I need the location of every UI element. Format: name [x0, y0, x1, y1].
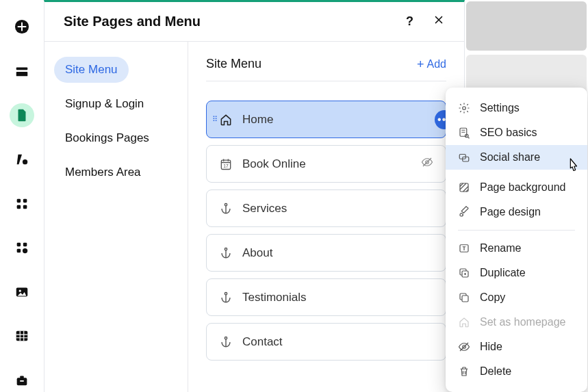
copy-icon: [458, 291, 470, 304]
pages-icon[interactable]: [10, 103, 34, 127]
menu-label: Page background: [480, 181, 565, 194]
sidebar-item-signup-login[interactable]: Signup & Login: [54, 91, 155, 117]
menu-settings[interactable]: Settings: [446, 96, 587, 120]
svg-rect-8: [23, 243, 27, 247]
apps-icon[interactable]: [10, 192, 34, 215]
svg-rect-9: [17, 249, 21, 253]
svg-rect-14: [20, 376, 24, 378]
menu-page-design[interactable]: Page design: [446, 200, 587, 224]
share-frames-icon: [458, 151, 470, 164]
svg-rect-4: [23, 198, 27, 202]
menu-label: Copy: [480, 291, 505, 304]
page-label: Contact: [242, 335, 283, 349]
svg-point-19: [225, 203, 227, 205]
page-item-about[interactable]: About: [206, 234, 446, 272]
sidebar-item-label: Signup & Login: [65, 97, 144, 110]
page-label: Testimonials: [242, 291, 307, 304]
svg-rect-12: [16, 331, 28, 341]
menu-hide[interactable]: Hide: [446, 335, 587, 359]
svg-rect-7: [17, 243, 21, 247]
page-item-home[interactable]: ⠿ Home •••: [206, 101, 446, 138]
anchor-icon: [219, 202, 233, 215]
svg-rect-15: [20, 380, 24, 382]
home-icon: [458, 316, 470, 328]
menu-seo[interactable]: SEO basics: [446, 120, 587, 145]
sidebar-item-label: Members Area: [65, 166, 141, 179]
menu-delete[interactable]: Delete: [446, 359, 587, 384]
panel-header: Site Pages and Menu ?: [44, 2, 464, 42]
trash-icon: [458, 365, 470, 378]
anchor-icon: [219, 246, 233, 260]
add-page-button[interactable]: + Add: [417, 58, 446, 70]
menu-label: Page design: [480, 206, 541, 218]
pages-panel: Site Pages and Menu ? Site Menu Signup &…: [44, 0, 465, 392]
media-icon[interactable]: [10, 280, 34, 304]
eye-off-icon: [458, 341, 470, 353]
menu-page-background[interactable]: Page background: [446, 175, 587, 200]
drag-handle-icon[interactable]: ⠿: [212, 115, 218, 124]
menu-copy[interactable]: Copy: [446, 285, 587, 310]
search-doc-icon: [458, 127, 470, 139]
svg-rect-1: [16, 67, 28, 70]
sidebar-item-bookings[interactable]: Bookings Pages: [54, 125, 160, 151]
menu-label: Rename: [480, 242, 521, 254]
svg-point-23: [463, 107, 466, 110]
hatch-icon: [458, 181, 470, 194]
add-element-icon[interactable]: [10, 15, 34, 39]
sidebar-item-members[interactable]: Members Area: [54, 159, 152, 185]
hidden-eye-icon: [421, 156, 433, 172]
svg-rect-3: [17, 198, 21, 202]
svg-rect-31: [462, 296, 468, 302]
page-context-menu: Settings SEO basics Social share Page ba…: [446, 88, 587, 392]
section-title: Site Menu: [206, 57, 261, 71]
brush-icon: [458, 206, 470, 218]
page-item-services[interactable]: Services: [206, 190, 446, 227]
menu-set-homepage: Set as homepage: [446, 310, 587, 335]
anchor-icon: [219, 335, 233, 349]
sidebar-item-site-menu[interactable]: Site Menu: [54, 57, 129, 83]
gear-icon: [458, 102, 470, 114]
menu-label: Delete: [480, 365, 511, 378]
data-icon[interactable]: [10, 324, 34, 348]
menu-label: Settings: [480, 102, 520, 114]
page-label: Home: [242, 113, 273, 127]
menu-label: Social share: [480, 151, 540, 164]
svg-rect-5: [17, 205, 21, 209]
design-icon[interactable]: [10, 148, 34, 172]
home-icon: [219, 113, 233, 127]
page-label: About: [242, 246, 272, 260]
page-item-contact[interactable]: Contact: [206, 323, 446, 361]
svg-point-21: [225, 292, 227, 294]
svg-rect-6: [23, 205, 27, 209]
menu-label: Set as homepage: [480, 316, 565, 328]
menu-duplicate[interactable]: Duplicate: [446, 261, 587, 285]
sections-icon[interactable]: [10, 60, 34, 83]
editor-left-rail: [0, 0, 44, 392]
menu-label: Duplicate: [480, 267, 526, 279]
page-list: ⠿ Home ••• 17 Book Online: [206, 101, 446, 361]
plus-icon: +: [417, 58, 424, 70]
duplicate-icon: [458, 267, 470, 279]
svg-point-22: [225, 337, 227, 339]
page-item-testimonials[interactable]: Testimonials: [206, 278, 446, 316]
page-label: Book Online: [242, 157, 306, 171]
page-item-book-online[interactable]: 17 Book Online: [206, 145, 446, 183]
panel-main: Site Menu + Add ⠿ Home •••: [188, 42, 464, 392]
svg-rect-2: [16, 72, 28, 76]
panel-title: Site Pages and Menu: [64, 14, 201, 29]
help-icon[interactable]: ?: [406, 14, 413, 29]
menu-rename[interactable]: Rename: [446, 236, 587, 261]
svg-point-11: [19, 289, 21, 291]
section-header: Site Menu + Add: [206, 57, 446, 81]
anchor-icon: [219, 291, 233, 304]
menu-label: Hide: [480, 341, 502, 353]
text-frame-icon: [458, 242, 470, 254]
business-icon[interactable]: [10, 236, 34, 260]
sidebar-item-label: Bookings Pages: [65, 131, 149, 144]
menu-label: SEO basics: [480, 127, 537, 139]
menu-divider: [458, 230, 575, 231]
add-label: Add: [427, 58, 446, 70]
close-icon[interactable]: [433, 14, 445, 29]
tools-icon[interactable]: [10, 369, 34, 393]
cursor-pointer-icon: [565, 157, 580, 178]
